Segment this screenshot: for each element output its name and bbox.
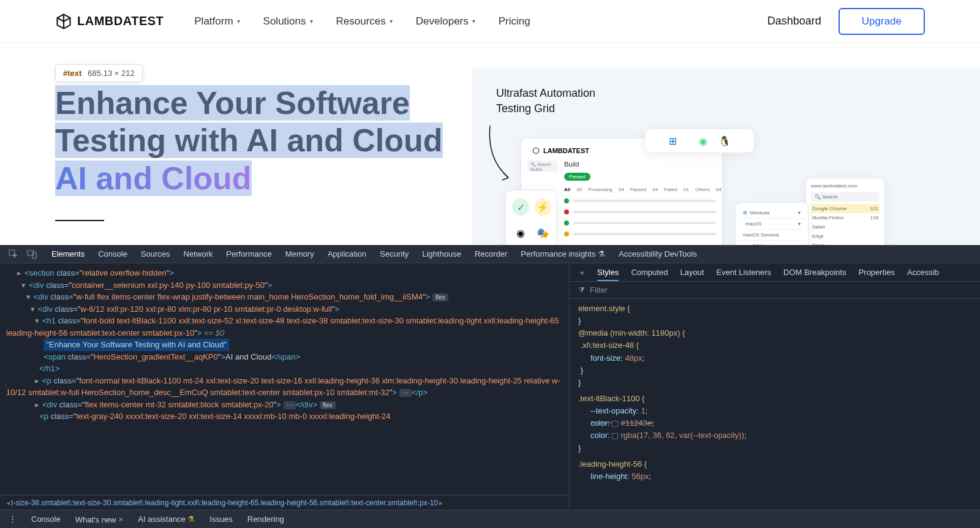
chevron-down-icon: ▾ [237,18,240,25]
styles-tab-computed[interactable]: Computed [631,268,668,277]
drawer-tab-console[interactable]: Console [31,515,61,524]
mock-test-row [564,198,716,203]
devtools-toolbar: Elements Console Sources Network Perform… [0,245,980,263]
selenium-icon: ✓ [512,198,529,216]
tab-console[interactable]: Console [98,249,127,258]
devtools-drawer: ⋮ Console What's new × AI assistance ⚗ I… [0,510,980,528]
logo-icon [55,13,72,30]
chevron-left-icon[interactable]: ◂ [579,268,584,277]
tab-elements[interactable]: Elements [51,249,85,258]
tab-performance[interactable]: Performance [226,249,271,258]
styles-tab-breakpoints[interactable]: DOM Breakpoints [783,268,846,277]
tooltip-dimensions: 685.13 × 212 [88,69,134,78]
close-icon[interactable]: × [118,515,123,524]
tooltip-selector: #text [63,69,81,78]
windows-icon: ⊞ [743,210,747,216]
mask-icon: 🎭 [534,224,551,241]
nav-solutions[interactable]: Solutions▾ [263,15,313,28]
side-handle[interactable]: ⋮⋮ [0,374,5,398]
styles-tab-styles[interactable]: Styles [597,268,619,281]
styles-tab-listeners[interactable]: Event Listeners [716,268,771,277]
devtools-tabs: Elements Console Sources Network Perform… [45,249,697,258]
drawer-tab-ai[interactable]: AI assistance ⚗ [138,515,195,524]
nav-developers[interactable]: Developers▾ [416,15,475,28]
elements-panel[interactable]: ⋮⋮ ▸<section class="relative overflow-hi… [0,263,570,510]
mock-test-row [564,209,716,214]
devtools-panel: Elements Console Sources Network Perform… [0,245,980,528]
upgrade-button[interactable]: Upgrade [839,8,925,35]
device-icon[interactable] [27,249,37,259]
hero-title-gradient: AI and Cloud [55,160,252,196]
filter-icon: ⧩ [578,285,585,295]
styles-panel: ◂ Styles Computed Layout Event Listeners… [570,263,980,510]
hero-right-title: Ultrafast Automation Testing Grid [496,86,980,116]
hero-title-main: Enhance Your Software Testing with AI an… [55,85,443,158]
hero-section: #text 685.13 × 212 Enhance Your Software… [0,43,980,245]
nav-resources[interactable]: Resources▾ [336,15,393,28]
logo-text: LAMBDATEST [77,14,164,28]
drawer-tab-whatsnew[interactable]: What's new × [75,515,124,524]
linux-icon: 🐧 [718,135,731,147]
site-header: LAMBDATEST Platform▾ Solutions▾ Resource… [0,0,980,43]
tab-sources[interactable]: Sources [141,249,170,258]
mock-sidebar-search: 🔍 Search Builds [527,160,558,172]
chevron-down-icon: ▾ [310,18,313,25]
mock-tabs: All20 Processing04 Passed04 Failed01 Oth… [564,187,716,192]
dom-tree[interactable]: ▸<section class="relative overflow-hidde… [0,263,569,495]
mock-browser-search: 🔍 Search [811,192,880,202]
mock-test-row [564,221,716,225]
tab-security[interactable]: Security [380,249,409,258]
tab-recorder[interactable]: Recorder [475,249,507,258]
tab-accessibility[interactable]: Accessibility DevTools [619,249,697,258]
tab-application[interactable]: Application [328,249,367,258]
hero-underline [55,220,104,221]
hero-left: #text 685.13 × 212 Enhance Your Software… [55,67,472,245]
selected-dom-node[interactable]: "Enhance Your Software Testing with AI a… [43,339,228,351]
tab-lighthouse[interactable]: Lighthouse [422,249,461,258]
css-rules[interactable]: element.style { } @media (min-width: 118… [570,299,980,510]
android-icon: ◉ [699,135,707,147]
tab-perf-insights[interactable]: Performance insights ⚗ [521,249,605,258]
windows-icon: ⊞ [669,135,677,147]
flask-icon: ⚗ [598,249,605,258]
tab-network[interactable]: Network [184,249,213,258]
dom-breadcrumb[interactable]: ◂t-size-38.smtablet\:text-size-30.smtabl… [0,495,569,510]
styles-filter[interactable]: ⧩ Filter [570,282,980,299]
mock-platform-icons: ⊞ ◉ 🐧 [644,129,755,153]
mock-status-pill: Passed [564,173,590,181]
styles-tab-layout[interactable]: Layout [680,268,704,277]
chevron-down-icon: ▾ [390,18,393,25]
drawer-menu-icon[interactable]: ⋮ [9,515,17,524]
dashboard-link[interactable]: Dashboard [767,15,821,28]
nav-platform[interactable]: Platform▾ [194,15,239,28]
arrow-icon [484,123,521,184]
mock-tool-icons: ✓ ⚡ ◉ 🎭 [505,190,557,245]
mock-browser-list: www.lambdatest.com 🔍 Search Google Chrom… [805,178,885,245]
inspect-tooltip: #text 685.13 × 212 [55,64,143,82]
drawer-tab-issues[interactable]: Issues [209,515,233,524]
bolt-icon: ⚡ [534,198,551,216]
logo[interactable]: LAMBDATEST [55,13,164,30]
drawer-tab-rendering[interactable]: Rendering [247,515,284,524]
inspect-icon[interactable] [9,249,18,259]
styles-tab-accessibility[interactable]: Accessib [907,268,939,277]
styles-tab-properties[interactable]: Properties [859,268,895,277]
hero-title: Enhance Your Software Testing with AI an… [55,67,472,180]
main-nav: Platform▾ Solutions▾ Resources▾ Develope… [194,15,530,28]
tab-memory[interactable]: Memory [285,249,314,258]
mock-os-list: ⊞ Windows ▾ macOS ▾ macOS Sonoma macOS V… [735,202,809,245]
mock-test-row [564,232,716,236]
chevron-down-icon: ▾ [472,18,475,25]
mock-build-label: Build [564,160,716,168]
flask-icon: ⚗ [187,515,195,524]
mock-url: www.lambdatest.com [811,183,880,189]
circles-icon: ◉ [512,224,529,241]
styles-tabs: ◂ Styles Computed Layout Event Listeners… [570,263,980,282]
hero-right: Ultrafast Automation Testing Grid ⊞ ◉ 🐧 … [472,67,980,245]
nav-pricing[interactable]: Pricing [499,15,530,28]
